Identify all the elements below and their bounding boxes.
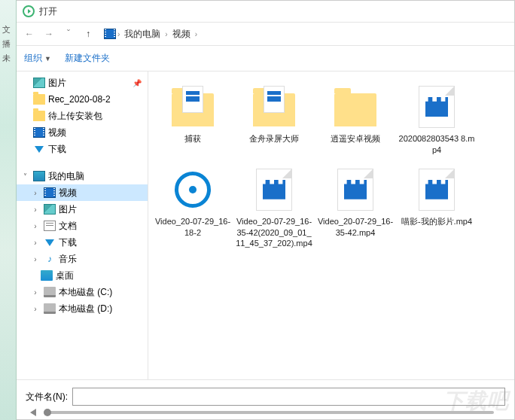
expand-icon[interactable]: › [30,255,41,263]
expand-icon[interactable]: › [30,288,41,297]
tree-video[interactable]: ›视频 [17,184,148,201]
forward-button[interactable]: → [41,26,57,42]
up-button[interactable]: ↑ [80,26,96,42]
back-button[interactable]: ← [21,26,38,42]
strip-char: 未 [0,51,16,65]
tree-downloads[interactable]: ›下载 [17,234,148,251]
chevron-down-icon: ▼ [44,55,51,62]
open-dialog: 打开 ← → ˇ ↑ › 我的电脑 › 视频 › 组织▼ 新建文件夹 图片📌 R… [17,0,515,420]
crumb-video[interactable]: 视频 [169,26,194,42]
folder-icon [253,93,295,126]
navbar: ← → ˇ ↑ › 我的电脑 › 视频 › [17,22,514,46]
strip-char: 文 [0,23,16,37]
desktop-icon [41,270,53,281]
mp4-icon [419,169,455,211]
filename-label: 文件名(N): [26,391,68,403]
pictures-icon [44,204,56,215]
chevron-right-icon: › [117,30,120,38]
mp4-icon [337,169,373,211]
main-area: 图片📌 Rec_2020-08-2 待上传安装包 视频 下载 ˅我的电脑 ›视频… [17,72,514,379]
folder-icon [33,94,45,105]
history-caret-icon[interactable]: ˇ [60,26,77,42]
file-label: Video_20-07-29_16-35-42.mp4 [317,216,394,239]
file-item[interactable]: Video_20-07-29_16-18-2 [153,163,233,254]
document-icon [44,221,56,231]
download-icon [45,239,54,246]
breadcrumb[interactable]: › 我的电脑 › 视频 › [104,26,510,42]
toolbar: 组织▼ 新建文件夹 [17,46,514,72]
tree-desktop[interactable]: 桌面 [17,267,148,284]
seek-slider[interactable] [44,411,494,414]
chevron-right-icon: › [195,30,197,38]
nav-tree[interactable]: 图片📌 Rec_2020-08-2 待上传安装包 视频 下载 ˅我的电脑 ›视频… [17,72,148,379]
collapse-icon[interactable]: ˅ [20,172,30,181]
strip-char: 播 [0,37,16,51]
tree-drive-c[interactable]: ›本地磁盘 (C:) [17,284,148,300]
file-list[interactable]: 捕获 金舟录屏大师 逍遥安卓视频 2020082803543 8.mp4 Vid… [148,72,514,379]
file-label: 金舟录屏大师 [249,133,299,145]
video-icon [33,127,45,138]
tree-pictures[interactable]: ›图片 [17,201,148,218]
folder-item[interactable]: 逍遥安卓视频 [315,81,395,160]
folder-item[interactable]: 金舟录屏大师 [234,81,314,160]
file-label: 2020082803543 8.mp4 [398,133,475,156]
download-icon [35,146,44,153]
folder-icon [334,93,376,126]
quick-video[interactable]: 视频 [17,124,148,141]
quick-downloads[interactable]: 下载 [17,141,148,157]
file-item[interactable]: 2020082803543 8.mp4 [397,81,477,160]
mp4-icon [256,169,292,211]
tree-docs[interactable]: ›文档 [17,218,148,234]
app-icon [23,5,35,17]
tree-drive-d[interactable]: ›本地磁盘 (D:) [17,300,148,317]
quick-upload[interactable]: 待上传安装包 [17,108,148,124]
video-icon [44,187,56,198]
file-item[interactable]: Video_20-07-29_16-35-42(2020_09_01_11_45… [234,163,314,254]
expand-icon[interactable]: › [30,305,41,313]
tree-mypc[interactable]: ˅我的电脑 [17,168,148,184]
file-label: 喵影-我的影片.mp4 [401,216,472,227]
expand-icon[interactable]: › [30,222,41,230]
quick-rec[interactable]: Rec_2020-08-2 [17,91,148,108]
folder-icon [33,111,45,121]
filename-input[interactable] [72,388,505,406]
quick-pictures[interactable]: 图片📌 [17,75,148,91]
titlebar: 打开 [17,1,514,22]
file-label: 逍遥安卓视频 [331,133,380,145]
prev-icon[interactable] [30,409,36,416]
pc-icon [33,171,45,181]
drive-icon [44,303,56,314]
pin-icon: 📌 [133,79,142,87]
file-label: Video_20-07-29_16-35-42(2020_09_01_11_45… [236,216,312,250]
expand-icon[interactable]: › [30,189,41,197]
player-bar [17,405,515,420]
file-label: Video_20-07-29_16-18-2 [154,216,231,239]
file-item[interactable]: 喵影-我的影片.mp4 [397,163,477,254]
file-label: 捕获 [184,133,201,145]
chevron-right-icon: › [165,30,167,38]
organize-menu[interactable]: 组织▼ [24,52,51,65]
drive-icon [44,287,56,297]
file-item[interactable]: Video_20-07-29_16-35-42.mp4 [315,163,395,254]
expand-icon[interactable]: › [30,239,41,247]
music-icon: ♪ [44,254,56,264]
folder-item[interactable]: 捕获 [153,81,233,160]
app-left-strip: 文 播 未 [0,0,17,420]
tree-music[interactable]: ›♪音乐 [17,251,148,267]
expand-icon[interactable]: › [30,205,41,214]
crumb-mypc[interactable]: 我的电脑 [121,26,163,42]
folder-icon [172,93,214,126]
pictures-icon [33,78,45,88]
mp4-icon [419,86,455,128]
media-icon [175,172,211,208]
new-folder-button[interactable]: 新建文件夹 [65,52,110,65]
dialog-title: 打开 [39,5,57,18]
video-library-icon [104,29,116,39]
